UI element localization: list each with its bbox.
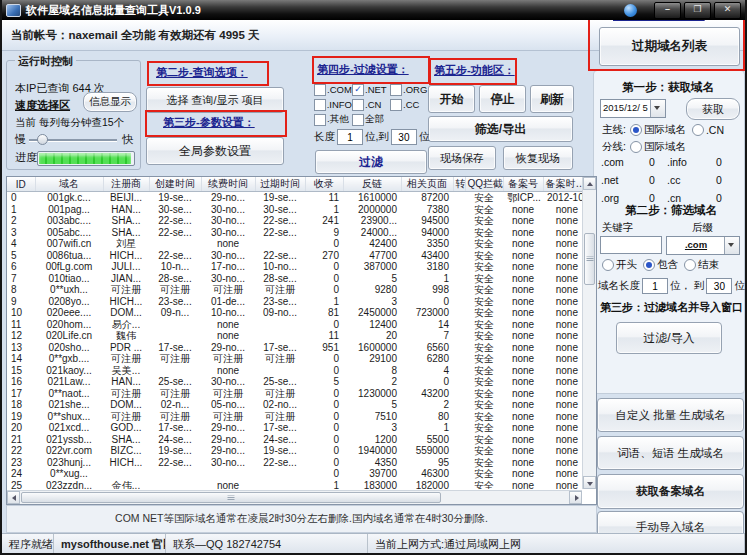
column-header-11[interactable]: 备案号 (503, 177, 543, 192)
radio-国际域名[interactable]: 国际域名 (630, 140, 686, 154)
close-button[interactable]: ✕ (714, 2, 741, 19)
phrase-generate-button[interactable]: 词语、短语 生成域名 (597, 436, 744, 470)
filter-import-button[interactable]: 过滤/导入 (616, 322, 722, 354)
column-header-2[interactable]: 注册商 (103, 177, 149, 192)
stop-button[interactable]: 停止 (479, 85, 526, 113)
minimize-button[interactable]: – (654, 2, 681, 19)
length-min-input[interactable] (337, 129, 363, 145)
save-scene-button[interactable]: 现场保存 (428, 146, 496, 170)
radio-circle[interactable] (630, 124, 642, 136)
table-row[interactable]: 600fLg.comJULI...10-n...17-no...10-no...… (7, 261, 582, 273)
skin-ball-icon[interactable] (624, 4, 637, 17)
radio-circle[interactable] (684, 259, 696, 271)
maximize-button[interactable]: ❐ (684, 2, 711, 19)
scroll-up-arrow[interactable] (583, 177, 596, 190)
checkbox-box[interactable] (390, 84, 402, 96)
column-header-0[interactable]: ID (7, 177, 35, 192)
table-row[interactable]: 20021xcd...GOD...17-se...29-no...17-se..… (7, 422, 582, 434)
table-row[interactable]: 10020eee....DOM...09-n...10-no...09-no..… (7, 307, 582, 319)
radio-circle[interactable] (630, 141, 642, 153)
radio-circle[interactable] (643, 259, 655, 271)
table-row[interactable]: 4007wifi.cn刘星none0424003350安全nonenone (7, 238, 582, 250)
table-row[interactable]: 90208yo...HICH...23-se...01-de...23-se..… (7, 296, 582, 308)
radio-circle[interactable] (602, 259, 614, 271)
get-button[interactable]: 获取 (686, 98, 740, 120)
checkbox-cn[interactable]: .CN (352, 97, 390, 112)
horizontal-scroll-thumb[interactable] (21, 492, 441, 503)
checkbox-全部[interactable]: 全部 (352, 112, 390, 127)
column-header-10[interactable]: QQ拦截 (465, 177, 503, 192)
table-row[interactable]: 2003abc....SHA...22-se...30-no...22-se..… (7, 215, 582, 227)
table-row[interactable]: 0001gk.c...BEIJI...19-se...29-no...19-se… (7, 192, 582, 204)
vertical-scrollbar[interactable] (582, 177, 596, 489)
radio-circle[interactable] (692, 124, 704, 136)
table-row[interactable]: 50086tua...HICH...22-se...30-no...22-se.… (7, 250, 582, 262)
column-header-7[interactable]: 反链 (343, 177, 401, 192)
scroll-left-arrow[interactable] (7, 491, 20, 504)
checkbox-cc[interactable]: .CC (390, 97, 428, 112)
speed-slider[interactable]: 慢 快 (15, 132, 133, 146)
column-header-3[interactable]: 创建时间 (149, 177, 201, 192)
query-options-button[interactable]: 选择 查询/显示 项目 (146, 87, 284, 113)
table-row[interactable]: 21021yssb...SHA...24-se...29-no...24-se.… (7, 434, 582, 446)
table-row[interactable]: 16021Law...HAN...25-se...30-no...25-se..… (7, 376, 582, 388)
column-header-8[interactable]: 相关页面 (401, 177, 453, 192)
rp-length-min-input[interactable] (642, 278, 668, 294)
global-params-button[interactable]: 全局参数设置 (146, 137, 284, 165)
table-row[interactable]: 7010tiao...JIAN...28-se...30-no...28-se.… (7, 273, 582, 285)
restore-scene-button[interactable]: 恢复现场 (503, 146, 573, 170)
table-row[interactable]: 13020sho...PDR ...17-se...29-no...17-se.… (7, 342, 582, 354)
slider-thumb[interactable] (37, 134, 48, 145)
table-row[interactable]: 140**gxb....可注册可注册可注册可注册0291006280安全none… (7, 353, 582, 365)
checkbox-box[interactable] (390, 99, 402, 111)
filter-export-button[interactable]: 筛选/导出 (428, 116, 573, 142)
info-display-button[interactable]: 信息显示 (83, 92, 137, 112)
checkbox-box[interactable] (314, 84, 326, 96)
column-header-1[interactable]: 域名 (35, 177, 103, 192)
radio-开头[interactable]: 开头 (602, 258, 637, 272)
table-row[interactable]: 12020Life.cn魏伟none11207安全nonenone (7, 330, 582, 342)
suffix-dropdown[interactable]: .com (666, 236, 740, 255)
table-row[interactable]: 15021kaoy...吴美...none084安全nonenone (7, 365, 582, 377)
checkbox-box[interactable] (352, 99, 364, 111)
filter-button[interactable]: 过滤 (315, 150, 427, 174)
radio-cn[interactable]: .CN (692, 123, 724, 137)
table-row[interactable]: 80**uxh...可注册可注册可注册可注册09280998安全nonenone (7, 284, 582, 296)
column-header-12[interactable]: 备案时… (543, 177, 582, 192)
column-header-5[interactable]: 过期时间 (255, 177, 305, 192)
start-button[interactable]: 开始 (428, 85, 475, 113)
table-row[interactable]: 11020hom...易介...none01240014安全nonenone (7, 319, 582, 331)
get-icp-domains-button[interactable]: 获取备案域名 (597, 474, 744, 509)
checkbox-box[interactable] (352, 114, 364, 126)
custom-batch-generate-button[interactable]: 自定义 批量 生成域名 (597, 398, 744, 432)
checkbox-其他[interactable]: .其他 (314, 112, 352, 127)
date-dropdown-arrow[interactable] (650, 100, 665, 117)
scroll-right-arrow[interactable] (569, 491, 582, 504)
horizontal-scrollbar[interactable] (7, 490, 582, 504)
table-row[interactable]: 170**naot...可注册可注册可注册可注册0123000043200安全n… (7, 388, 582, 400)
date-picker[interactable]: 2015/12/ 5 (600, 99, 666, 118)
checkbox-box[interactable] (314, 99, 326, 111)
table-row[interactable]: 190**shux...可注册可注册可注册可注册0751080安全nonenon… (7, 411, 582, 423)
checkbox-box[interactable]: ✓ (352, 84, 364, 96)
table-row[interactable]: 23023hunj...HICH...22-se...30-no...22-se… (7, 457, 582, 469)
table-row[interactable]: 22022vr.comBIZC...19-se...29-no...19-se.… (7, 445, 582, 457)
column-header-4[interactable]: 续费时间 (201, 177, 255, 192)
table-row[interactable]: 18021she...DOM...02-n...05-no...02-no...… (7, 399, 582, 411)
scroll-down-arrow[interactable] (583, 476, 596, 489)
table-row[interactable]: 25023zzdn...金伟...none1183000182000安全none… (7, 480, 582, 490)
checkbox-org[interactable]: .ORG (390, 82, 428, 97)
table-row[interactable]: 240**xug...03970046300安全nonenone (7, 468, 582, 480)
suffix-dropdown-arrow[interactable] (724, 237, 739, 254)
radio-国际域名[interactable]: 国际域名 (630, 123, 686, 137)
column-header-9[interactable]: 转 (453, 177, 465, 192)
length-max-input[interactable] (391, 129, 417, 145)
checkbox-info[interactable]: .INFO (314, 97, 352, 112)
table-row[interactable]: 3005abc....SHA...22-se...30-no...22-se..… (7, 227, 582, 239)
expired-domains-button[interactable]: 过期域名列表 (599, 27, 740, 66)
rp-length-max-input[interactable] (706, 278, 732, 294)
vertical-scroll-thumb[interactable] (584, 233, 595, 285)
radio-包含[interactable]: 包含 (643, 258, 678, 272)
checkbox-com[interactable]: .COM (314, 82, 352, 97)
refresh-button[interactable]: 刷新 (530, 85, 574, 113)
